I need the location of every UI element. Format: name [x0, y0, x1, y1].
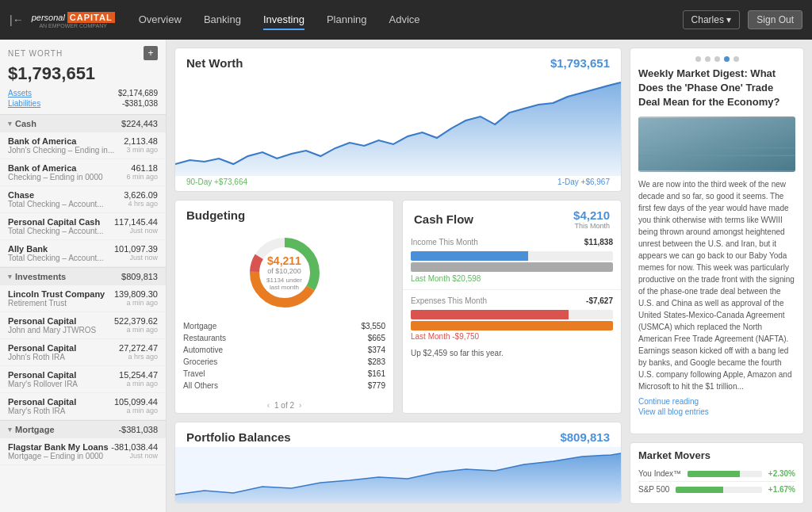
assets-value: $2,174,689 — [118, 89, 158, 97]
mortgage-section-amount: -$381,038 — [118, 425, 158, 434]
list-item[interactable]: Flagstar Bank My LoansMortgage – Ending … — [0, 438, 166, 465]
expenses-header-row: Expenses This Month -$7,627 — [411, 296, 613, 308]
expenses-bar-last-outer — [411, 321, 613, 331]
back-arrow-icon[interactable]: |← — [10, 13, 24, 26]
expenses-label: Expenses This Month — [411, 296, 487, 305]
dot-1[interactable] — [695, 56, 701, 62]
net-worth-card-title: Net Worth — [186, 56, 243, 70]
list-item[interactable]: Personal CapitalJohn and Mary JTWROS 522… — [0, 312, 166, 339]
list-item[interactable]: Personal CapitalMary's Roth IRA 105,099.… — [0, 393, 166, 420]
liabilities-label[interactable]: Liabilities — [8, 99, 40, 108]
income-label: Income This Month — [411, 238, 478, 246]
logo: personal CAPITAL AN EMPOWER COMPANY — [32, 12, 115, 29]
net-worth-card-header: Net Worth $1,793,651 — [175, 48, 621, 73]
portfolio-svg — [175, 447, 621, 502]
income-bar-last — [411, 262, 613, 272]
nav-links: Overview Banking Investing Planning Advi… — [139, 10, 683, 30]
sidebar: NET WORTH + $1,793,651 Assets $2,174,689… — [0, 40, 167, 512]
user-menu-button[interactable]: Charles ▾ — [683, 10, 741, 29]
article-image — [638, 117, 795, 172]
assets-line: Assets $2,174,689 — [8, 89, 158, 97]
signout-button[interactable]: Sign Out — [748, 10, 802, 29]
view-blog-link[interactable]: View all blog entries — [638, 407, 795, 416]
cash-section-header[interactable]: ▾ Cash $224,443 — [0, 114, 166, 132]
dot-5[interactable] — [733, 56, 739, 62]
list-item[interactable]: Personal CapitalJohn's Roth IRA 27,272.4… — [0, 339, 166, 366]
mortgage-section-header[interactable]: ▾ Mortgage -$381,038 — [0, 420, 166, 438]
nav-advice[interactable]: Advice — [389, 10, 420, 30]
liabilities-line: Liabilities -$381,038 — [8, 99, 158, 108]
article-title: Weekly Market Digest: What Does the 'Pha… — [638, 67, 795, 110]
chart-label-90day: 90-Day +$73,664 — [186, 178, 247, 186]
income-value: $11,838 — [584, 238, 613, 249]
market-change-youindex: +2.30% — [768, 469, 795, 478]
income-bar-outer — [411, 251, 613, 261]
budget-item-groceries: Groceries $283 — [183, 356, 385, 368]
next-page-arrow[interactable]: › — [299, 401, 301, 410]
budgeting-header: Budgeting — [175, 201, 393, 225]
market-row-sp500: S&P 500 +1.67% — [638, 482, 795, 497]
portfolio-value: $809,813 — [560, 430, 610, 444]
chevron-down-icon: ▾ — [8, 120, 12, 128]
mortgage-accounts: Flagstar Bank My LoansMortgage – Ending … — [0, 438, 166, 465]
nav-banking[interactable]: Banking — [204, 10, 241, 30]
prev-page-arrow[interactable]: ‹ — [267, 401, 270, 410]
net-worth-card: Net Worth $1,793,651 — [174, 48, 622, 192]
cashflow-value: $4,210 — [573, 208, 610, 222]
income-bar-last-fill — [411, 262, 613, 272]
investments-section-header[interactable]: ▾ Investments $809,813 — [0, 267, 166, 285]
budgeting-card: Budgeting $4,211 of $10,200 $1134 und — [174, 200, 394, 414]
budget-item-mortgage: Mortgage $3,550 — [183, 320, 385, 332]
cash-section-amount: $224,443 — [121, 119, 158, 128]
cashflow-this-month: This Month — [573, 222, 610, 230]
income-bar-last-outer — [411, 262, 613, 272]
list-item[interactable]: Personal Capital CashTotal Checking – Ac… — [0, 213, 166, 240]
dot-2[interactable] — [705, 56, 710, 62]
cashflow-values: $4,210 This Month — [573, 208, 610, 230]
list-item[interactable]: Bank of AmericaChecking – Ending in 0000… — [0, 159, 166, 186]
donut-of: of $10,200 — [266, 267, 302, 275]
budget-item-automotive: Automotive $374 — [183, 344, 385, 356]
svg-rect-4 — [638, 118, 795, 170]
logo-sub: AN EMPOWER COMPANY — [39, 23, 106, 29]
cashflow-title: Cash Flow — [414, 212, 473, 226]
budget-items: Mortgage $3,550 Restaurants $665 Automot… — [175, 320, 393, 398]
divider — [403, 289, 621, 290]
cash-accounts: Bank of AmericaJohn's Checking – Ending … — [0, 132, 166, 267]
dot-3[interactable] — [714, 56, 720, 62]
market-movers-title: Market Movers — [638, 449, 795, 461]
donut-amount: $4,211 — [266, 254, 302, 267]
middle-row: Budgeting $4,211 of $10,200 $1134 und — [174, 200, 622, 414]
assets-label[interactable]: Assets — [8, 89, 32, 97]
continue-reading-link[interactable]: Continue reading — [638, 397, 795, 406]
page-number: 1 of 2 — [274, 401, 294, 410]
article-image-svg — [638, 117, 795, 172]
list-item[interactable]: Lincoln Trust CompanyRetirement Trust 13… — [0, 285, 166, 312]
cashflow-surplus: Up $2,459 so far this year. — [403, 346, 621, 361]
list-item[interactable]: Ally BankTotal Checking – Account... 101… — [0, 240, 166, 267]
chart-labels: 90-Day +$73,664 1-Day +$6,967 — [175, 176, 621, 191]
list-item[interactable]: ChaseTotal Checking – Account... 3,626.0… — [0, 186, 166, 213]
nav-planning[interactable]: Planning — [327, 10, 367, 30]
nav-overview[interactable]: Overview — [139, 10, 182, 30]
assets-liabilities: Assets $2,174,689 Liabilities -$381,038 — [0, 87, 166, 114]
add-account-button[interactable]: + — [144, 46, 158, 60]
investments-section-amount: $809,813 — [121, 272, 158, 281]
page-indicator: ‹ 1 of 2 › — [175, 398, 393, 413]
article-dots — [638, 56, 795, 62]
portfolio-header: Portfolio Balances $809,813 — [175, 422, 621, 447]
nav-investing[interactable]: Investing — [263, 10, 304, 30]
list-item[interactable]: Personal CapitalMary's Rollover IRA 15,2… — [0, 366, 166, 393]
market-bar-sp500 — [676, 487, 762, 493]
list-item[interactable]: Bank of AmericaJohn's Checking – Ending … — [0, 132, 166, 159]
budgeting-title: Budgeting — [186, 208, 245, 222]
cashflow-expenses-section: Expenses This Month -$7,627 — [403, 292, 621, 346]
net-worth-header: NET WORTH + — [0, 40, 166, 63]
market-change-sp500: +1.67% — [768, 485, 795, 494]
budget-item-restaurants: Restaurants $665 — [183, 332, 385, 344]
dot-4[interactable] — [724, 56, 730, 62]
expenses-bar-last-fill — [411, 321, 613, 331]
market-bar-youindex-fill — [688, 471, 740, 477]
main-content: Net Worth $1,793,651 — [167, 40, 630, 512]
expenses-bar-last — [411, 321, 613, 331]
